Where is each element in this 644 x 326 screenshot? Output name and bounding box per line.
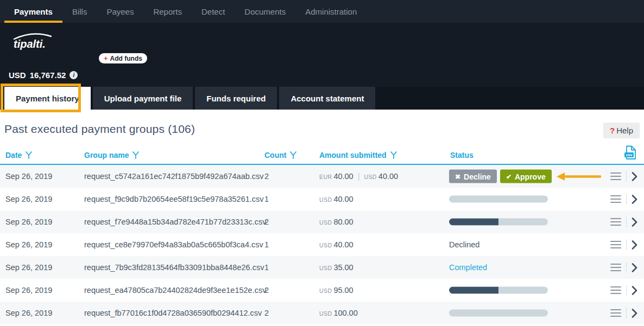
nav-item-detect[interactable]: Detect: [192, 0, 235, 23]
row-count: 2: [264, 309, 269, 317]
row-menu-icon[interactable]: [610, 263, 621, 273]
chevron-right-icon[interactable]: [632, 240, 637, 250]
currency-code: USD: [319, 287, 332, 294]
column-label: Amount submitted: [319, 151, 387, 159]
table-row: Sep 26, 2019 request_f7e9448a15b34ad782e…: [0, 210, 644, 233]
status-text: Declined: [449, 240, 479, 249]
row-menu-icon[interactable]: [610, 194, 621, 204]
row-status: [449, 287, 601, 294]
table-header: Date Group name Count Amount submitted S…: [0, 138, 644, 165]
currency-code: USD: [319, 265, 332, 271]
nav-item-reports[interactable]: Reports: [143, 0, 192, 23]
row-status: [449, 196, 601, 203]
approve-button[interactable]: ✔ Approve: [500, 170, 552, 183]
nav-label: Detect: [201, 7, 225, 16]
decline-label: Decline: [464, 172, 491, 181]
tab-funds-required[interactable]: Funds required: [195, 87, 277, 110]
title-row: Past executed payment groups (106) ? Hel…: [0, 110, 644, 138]
svg-text:csv: csv: [626, 153, 633, 157]
info-icon[interactable]: i: [70, 71, 78, 79]
nav-item-bills[interactable]: Bills: [62, 0, 97, 23]
check-icon: ✔: [506, 172, 512, 180]
row-amount: USD40.00: [319, 195, 353, 203]
plus-icon: +: [104, 54, 108, 62]
row-group-name: request_ea47805ca7b24402824de9f3ee1e152e…: [84, 286, 266, 295]
add-funds-button[interactable]: + Add funds: [99, 53, 147, 63]
tab-label: Account statement: [291, 94, 364, 103]
top-nav: Payments Bills Payees Reports Detect Doc…: [0, 0, 644, 23]
row-menu-icon[interactable]: [610, 308, 621, 318]
tab-payment-history[interactable]: Payment history: [4, 87, 91, 110]
row-menu-icon[interactable]: [610, 240, 621, 250]
row-count: 2: [264, 218, 269, 226]
column-header-status: Status: [450, 151, 473, 159]
status-completed-link[interactable]: Completed: [449, 263, 487, 272]
nav-label: Reports: [153, 7, 182, 16]
question-icon: ?: [610, 126, 615, 135]
row-status: [449, 310, 601, 317]
row-menu-icon[interactable]: [610, 171, 621, 182]
nav-item-documents[interactable]: Documents: [235, 0, 295, 23]
account-header: tipalti. USD 16,767.52 i + Add funds: [0, 23, 644, 87]
help-label: Help: [616, 126, 633, 135]
filter-icon[interactable]: [390, 151, 397, 159]
filter-icon[interactable]: [132, 151, 139, 159]
decline-button[interactable]: ✖ Decline: [449, 170, 497, 183]
chevron-right-icon[interactable]: [632, 195, 637, 204]
annotation-arrow-icon: [557, 170, 601, 182]
amount-value: 95.00: [333, 286, 353, 295]
amount-value: 40.00: [333, 195, 353, 203]
row-menu-icon[interactable]: [610, 217, 621, 227]
row-menu-icon[interactable]: [610, 285, 621, 296]
help-button[interactable]: ? Help: [603, 123, 640, 138]
row-amount: USD80.00: [319, 218, 353, 226]
row-status: ✖ Decline ✔ Approve: [449, 170, 601, 183]
chevron-right-icon[interactable]: [632, 263, 637, 272]
divider: [626, 262, 627, 273]
divider: [626, 285, 627, 296]
divider: [626, 308, 627, 318]
filter-icon[interactable]: [290, 151, 296, 159]
amount-value: 40.00: [378, 172, 398, 181]
chevron-right-icon[interactable]: [632, 172, 637, 181]
row-group-name: request_c5742a161ec742f1875b9f492a674aab…: [84, 172, 264, 181]
column-header-count[interactable]: Count: [264, 151, 296, 159]
column-header-date[interactable]: Date: [5, 151, 32, 159]
column-header-group-name[interactable]: Group name: [84, 151, 139, 159]
row-actions: [610, 216, 637, 227]
x-icon: ✖: [455, 172, 460, 180]
table-row: Sep 26, 2019 request_fb77016c1f0d4728a03…: [0, 302, 644, 324]
chevron-right-icon[interactable]: [632, 286, 637, 295]
nav-item-payments[interactable]: Payments: [4, 0, 62, 23]
sub-tab-bar: Payment history Upload payment file Fund…: [0, 87, 644, 110]
chevron-right-icon[interactable]: [632, 218, 637, 227]
balance-amount: 16,767.52: [30, 71, 66, 80]
currency-code: USD: [319, 242, 332, 248]
account-balance: USD 16,767.52 i: [9, 71, 78, 80]
row-count: 2: [264, 286, 269, 295]
progress-bar: [449, 310, 548, 317]
nav-label: Bills: [72, 7, 87, 16]
amount-value: 35.00: [333, 263, 353, 272]
tab-upload-payment-file[interactable]: Upload payment file: [93, 87, 193, 110]
column-header-amount-submitted[interactable]: Amount submitted: [319, 151, 397, 159]
filter-icon[interactable]: [26, 151, 32, 159]
table-row: Sep 26, 2019 request_f9c9db7b20654ee58f1…: [0, 188, 644, 210]
svg-text:tipalti.: tipalti.: [14, 38, 46, 50]
divider: [626, 194, 627, 204]
export-csv-icon[interactable]: csv: [624, 145, 636, 162]
amount-value: 80.00: [333, 218, 353, 226]
row-amount: USD40.00: [319, 240, 353, 249]
row-group-name: request_f9c9db7b20654ee58f19c5e978a35261…: [84, 195, 264, 203]
column-label: Count: [264, 151, 286, 159]
amount-value: 100.00: [333, 309, 357, 317]
nav-item-payees[interactable]: Payees: [97, 0, 143, 23]
chevron-right-icon[interactable]: [632, 309, 637, 318]
progress-bar: [449, 196, 548, 203]
row-actions: [610, 285, 637, 296]
nav-item-administration[interactable]: Administration: [295, 0, 367, 23]
row-count: 1: [264, 240, 269, 249]
row-actions: [610, 262, 637, 273]
tab-account-statement[interactable]: Account statement: [279, 87, 375, 110]
currency-code: USD: [319, 196, 332, 203]
